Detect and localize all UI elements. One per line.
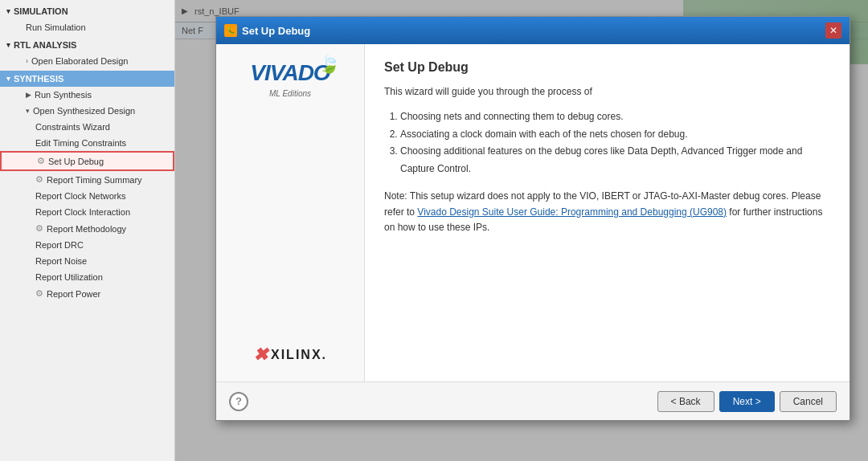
chevron-synthesis-icon: ▾ [6, 75, 10, 83]
sidebar-item-report-clock-interaction[interactable]: Report Clock Interaction [0, 204, 174, 220]
report-clock-interaction-label: Report Clock Interaction [35, 207, 130, 217]
gear-power-icon: ⚙ [35, 288, 43, 299]
report-clock-networks-label: Report Clock Networks [35, 191, 125, 201]
setup-debug-dialog: 🐛 Set Up Debug ✕ VIVADO 🍃 [215, 16, 850, 421]
dialog-step-2: Associating a clock domain with each of … [400, 126, 830, 144]
sidebar: ▾ SIMULATION Run Simulation ▾ RTL ANALYS… [0, 0, 175, 461]
arrow-run-synthesis-icon: ▶ [26, 91, 31, 99]
sidebar-item-report-utilization[interactable]: Report Utilization [0, 269, 174, 285]
sidebar-section-synthesis: ▾ SYNTHESIS ▶ Run Synthesis ▾ Open Synth… [0, 71, 174, 302]
debug-title-icon: 🐛 [224, 24, 237, 37]
sidebar-section-synthesis-label: SYNTHESIS [14, 74, 63, 84]
sidebar-item-edit-timing[interactable]: Edit Timing Constraints [0, 135, 174, 151]
sidebar-item-open-elaborated[interactable]: › Open Elaborated Design [0, 53, 174, 69]
next-button[interactable]: Next > [719, 391, 775, 412]
sidebar-section-rtl-label: RTL ANALYSIS [14, 40, 76, 50]
arrow-open-synthesized-icon: ▾ [26, 107, 30, 115]
sidebar-section-simulation: ▾ SIMULATION Run Simulation [0, 3, 174, 35]
footer-left: ? [229, 392, 248, 411]
arrow-elaborated-icon: › [26, 57, 28, 65]
report-methodology-label: Report Methodology [47, 224, 126, 234]
run-simulation-label: Run Simulation [26, 22, 86, 32]
dialog-main-title: Set Up Debug [384, 60, 830, 75]
report-timing-summary-label: Report Timing Summary [47, 175, 142, 185]
dialog-body: VIVADO 🍃 ML Editions ✖ XILINX. Set Up De… [216, 44, 850, 381]
sidebar-header-simulation[interactable]: ▾ SIMULATION [0, 3, 174, 19]
report-utilization-label: Report Utilization [35, 272, 103, 282]
help-button[interactable]: ? [229, 392, 248, 411]
sidebar-item-constraints-wizard[interactable]: Constraints Wizard [0, 119, 174, 135]
gear-methodology-icon: ⚙ [35, 223, 43, 234]
gear-debug-icon: ⚙ [37, 156, 45, 166]
dialog-content-panel: Set Up Debug This wizard will guide you … [365, 44, 850, 381]
sidebar-item-report-noise[interactable]: Report Noise [0, 253, 174, 269]
vivado-sub-label: ML Editions [250, 89, 330, 98]
sidebar-item-report-timing-summary[interactable]: ⚙ Report Timing Summary [0, 171, 174, 188]
report-power-label: Report Power [47, 289, 100, 299]
dialog-step-1: Choosing nets and connecting them to deb… [400, 108, 830, 126]
report-drc-label: Report DRC [35, 240, 84, 250]
sidebar-item-run-synthesis[interactable]: ▶ Run Synthesis [0, 87, 174, 103]
sidebar-section-simulation-label: SIMULATION [14, 6, 68, 16]
gear-timing-icon: ⚙ [35, 174, 43, 185]
dialog-note-text: Note: This setup wizard does not apply t… [384, 189, 830, 235]
sidebar-item-report-power[interactable]: ⚙ Report Power [0, 285, 174, 302]
help-icon: ? [235, 395, 242, 407]
sidebar-header-rtl[interactable]: ▾ RTL ANALYSIS [0, 37, 174, 53]
dialog-ug908-link[interactable]: Vivado Design Suite User Guide: Programm… [417, 206, 727, 218]
dialog-step-3: Choosing additional features on the debu… [400, 143, 830, 177]
dialog-intro-text: This wizard will guide you through the p… [384, 84, 830, 99]
dialog-steps-list: Choosing nets and connecting them to deb… [400, 108, 830, 177]
dialog-close-button[interactable]: ✕ [825, 22, 841, 39]
dialog-overlay: 🐛 Set Up Debug ✕ VIVADO 🍃 [175, 0, 868, 461]
sidebar-header-synthesis[interactable]: ▾ SYNTHESIS [0, 71, 174, 87]
dialog-footer: ? < Back Next > Cancel [216, 381, 850, 420]
xilinx-logo: ✖ XILINX. [253, 345, 327, 365]
sidebar-section-rtl: ▾ RTL ANALYSIS › Open Elaborated Design [0, 37, 174, 69]
constraints-wizard-label: Constraints Wizard [35, 122, 110, 132]
vivado-leaf-icon: 🍃 [318, 54, 340, 75]
chevron-simulation-icon: ▾ [6, 7, 10, 15]
cancel-button[interactable]: Cancel [780, 391, 837, 412]
open-elaborated-label: Open Elaborated Design [31, 56, 128, 66]
open-synthesized-label: Open Synthesized Design [33, 106, 135, 116]
sidebar-item-report-methodology[interactable]: ⚙ Report Methodology [0, 220, 174, 237]
sidebar-item-report-drc[interactable]: Report DRC [0, 237, 174, 253]
set-up-debug-label: Set Up Debug [48, 157, 104, 166]
sidebar-item-open-synthesized[interactable]: ▾ Open Synthesized Design [0, 103, 174, 119]
close-icon: ✕ [829, 25, 837, 36]
dialog-titlebar-left: 🐛 Set Up Debug [224, 24, 310, 37]
sidebar-item-set-up-debug[interactable]: ⚙ Set Up Debug [0, 151, 174, 171]
vivado-logo-container: VIVADO 🍃 [250, 60, 330, 86]
run-synthesis-label: Run Synthesis [35, 90, 92, 100]
footer-right: < Back Next > Cancel [657, 391, 837, 412]
edit-timing-label: Edit Timing Constraints [35, 138, 126, 148]
xilinx-x-icon: ✖ [253, 345, 268, 365]
app-container: ▾ SIMULATION Run Simulation ▾ RTL ANALYS… [0, 0, 868, 461]
main-content: ▶ rst_n_IBUF Net F 🐛 Set Up Debug ✕ [175, 0, 868, 461]
sidebar-item-report-clock-networks[interactable]: Report Clock Networks [0, 188, 174, 204]
chevron-rtl-icon: ▾ [6, 41, 10, 49]
back-button[interactable]: < Back [657, 391, 714, 412]
report-noise-label: Report Noise [35, 256, 87, 266]
dialog-logo-panel: VIVADO 🍃 ML Editions ✖ XILINX. [216, 44, 365, 381]
dialog-titlebar: 🐛 Set Up Debug ✕ [216, 17, 850, 44]
vivado-logo: VIVADO 🍃 ML Editions [250, 60, 330, 98]
sidebar-item-run-simulation[interactable]: Run Simulation [0, 19, 174, 35]
xilinx-text: XILINX. [271, 348, 327, 362]
dialog-title-text: Set Up Debug [242, 25, 310, 37]
